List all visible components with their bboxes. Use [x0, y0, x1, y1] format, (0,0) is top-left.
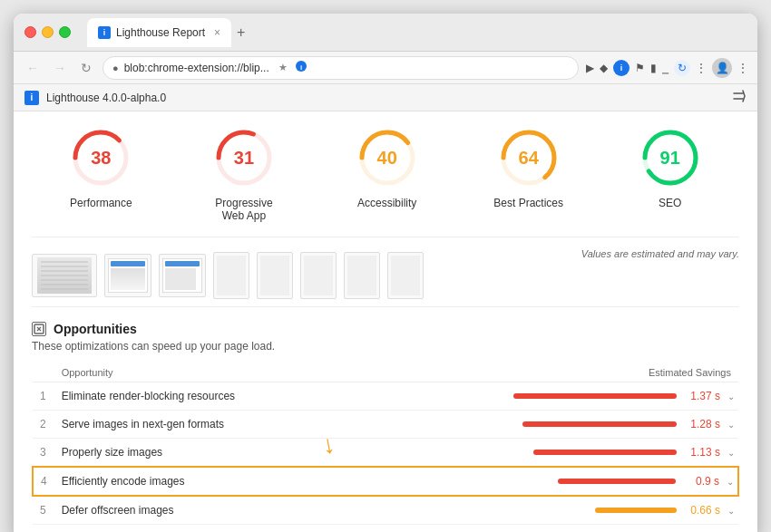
thumbnails-note: Values are estimated and may vary. — [581, 248, 739, 259]
table-row[interactable]: 3 Properly size images 1.13 s ⌄ — [33, 439, 738, 468]
lock-icon: ● — [112, 63, 119, 73]
row-num: 5 — [33, 496, 54, 525]
row-savings-bar-cell: 1.37 s ⌄ — [363, 382, 738, 411]
thumb-4 — [213, 252, 249, 299]
table-row[interactable]: 2 Serve images in next-gen formats 1.28 … — [33, 411, 738, 439]
tab-close-icon[interactable]: × — [214, 26, 220, 39]
savings-bar — [533, 450, 677, 455]
row-num: 4 — [33, 467, 54, 496]
row-label: Eliminate render-blocking resources — [54, 382, 364, 411]
chevron-icon[interactable]: ⌄ — [727, 420, 735, 430]
forward-button[interactable]: → — [50, 59, 70, 77]
table-row[interactable]: 5 Defer offscreen images 0.66 s ⌄ — [33, 496, 738, 525]
lighthouse-icon[interactable]: i — [613, 60, 629, 76]
chevron-icon[interactable]: ⌄ — [727, 477, 734, 487]
section-title: Opportunities — [54, 322, 137, 336]
row-num: 1 — [33, 382, 54, 411]
opportunities-section: Opportunities These optimizations can sp… — [32, 322, 739, 525]
thumb-5 — [257, 252, 293, 299]
score-label-pwa: Progressive Web App — [208, 197, 280, 222]
refresh-button[interactable]: ↻ — [77, 59, 95, 77]
thumb-7 — [344, 252, 380, 299]
score-circle-seo: 91 — [639, 126, 702, 189]
lighthouse-ext-icon: i — [295, 60, 307, 75]
savings-bar — [595, 508, 677, 513]
thumb-8 — [387, 252, 424, 299]
col-savings-header: Estimated Savings — [363, 363, 738, 382]
row-label: Efficiently encode images — [54, 467, 364, 496]
chevron-icon[interactable]: ⌄ — [727, 506, 735, 516]
thumb-3 — [159, 254, 206, 297]
score-value-accessibility: 40 — [377, 148, 397, 169]
share-button[interactable] — [732, 89, 747, 106]
score-seo: 91 SEO — [639, 126, 702, 209]
tab-title: Lighthouse Report — [116, 26, 205, 39]
section-subtitle: These optimizations can speed up your pa… — [32, 340, 739, 353]
opportunities-icon — [32, 322, 46, 336]
score-label-seo: SEO — [659, 197, 681, 209]
sync-icon[interactable]: ↻ — [674, 60, 690, 76]
row-savings-bar-cell: 0.66 s ⌄ — [363, 496, 738, 525]
opportunities-table: Opportunity Estimated Savings 1 Eliminat… — [32, 363, 739, 525]
main-content: 38 Performance 31 Progressive Web App 40… — [14, 111, 757, 532]
savings-bar — [558, 479, 676, 484]
url-display: blob:chrome-extension://blip... — [124, 62, 269, 74]
thumb-1 — [32, 254, 97, 297]
row-savings-bar-cell: 1.13 s ⌄ — [363, 439, 738, 468]
score-label-best-practices: Best Practices — [493, 197, 563, 209]
row-savings-bar-cell: 1.28 s ⌄ — [363, 411, 738, 439]
tab-bar: i Lighthouse Report × + — [87, 18, 747, 47]
score-value-seo: 91 — [660, 148, 680, 169]
table-row[interactable]: 1 Eliminate render-blocking resources 1.… — [33, 382, 738, 411]
settings-icon[interactable]: ⋮ — [696, 62, 707, 74]
ext-favicon: i — [24, 91, 39, 105]
table-row[interactable]: 4 Efficiently encode images 0.9 s ⌄ — [33, 467, 738, 496]
new-tab-button[interactable]: + — [237, 24, 245, 41]
security-icon[interactable]: ▮ — [650, 62, 657, 74]
row-savings-bar-cell: 0.9 s ⌄ — [363, 467, 738, 496]
maximize-button[interactable] — [59, 26, 71, 38]
flag-icon[interactable]: ⚑ — [635, 62, 645, 74]
row-num: 3 — [33, 439, 54, 468]
close-button[interactable] — [24, 26, 36, 38]
savings-bar — [522, 421, 677, 427]
cast-icon[interactable]: ▶ — [586, 62, 594, 74]
active-tab[interactable]: i Lighthouse Report × — [87, 18, 231, 47]
row-num: 2 — [33, 411, 54, 439]
score-accessibility: 40 Accessibility — [356, 126, 419, 209]
tab-favicon: i — [98, 26, 111, 39]
score-best-practices: 64 Best Practices — [493, 126, 563, 209]
score-performance: 38 Performance — [69, 126, 132, 209]
bookmark-icon[interactable]: ⎯ — [662, 62, 669, 74]
browser-window: i Lighthouse Report × + ← → ↻ ● blob:chr… — [14, 14, 757, 532]
chevron-icon[interactable]: ⌄ — [727, 392, 735, 401]
star-icon[interactable]: ★ — [278, 62, 288, 73]
address-bar[interactable]: ● blob:chrome-extension://blip... ★ i — [102, 56, 579, 80]
minimize-button[interactable] — [42, 26, 54, 38]
savings-value: 1.37 s — [684, 390, 720, 402]
back-button[interactable]: ← — [23, 59, 43, 77]
traffic-lights — [24, 26, 71, 38]
score-circle-performance: 38 — [69, 126, 132, 189]
svg-text:i: i — [300, 63, 302, 72]
score-circle-accessibility: 40 — [356, 126, 419, 189]
score-label-performance: Performance — [70, 197, 132, 209]
col-num — [33, 363, 54, 382]
ext1-icon[interactable]: ◆ — [600, 62, 608, 74]
savings-value: 1.28 s — [684, 418, 720, 430]
section-header: Opportunities — [32, 322, 739, 336]
ext-title: Lighthouse 4.0.0-alpha.0 — [46, 92, 166, 104]
profile-avatar[interactable]: 👤 — [712, 58, 732, 78]
menu-icon[interactable]: ⋮ — [737, 62, 748, 74]
extension-bar: i Lighthouse 4.0.0-alpha.0 — [14, 84, 757, 111]
score-circle-pwa: 31 — [212, 126, 276, 189]
score-circle-best-practices: 64 — [497, 126, 561, 189]
savings-value: 0.9 s — [683, 475, 719, 488]
thumbnails-row: Values are estimated and may vary. — [32, 252, 739, 307]
chevron-icon[interactable]: ⌄ — [727, 448, 735, 458]
savings-value: 0.66 s — [684, 504, 720, 517]
score-value-pwa: 31 — [234, 148, 254, 169]
savings-bar — [513, 393, 677, 399]
savings-value: 1.13 s — [684, 446, 720, 459]
scores-row: 38 Performance 31 Progressive Web App 40… — [32, 126, 739, 237]
